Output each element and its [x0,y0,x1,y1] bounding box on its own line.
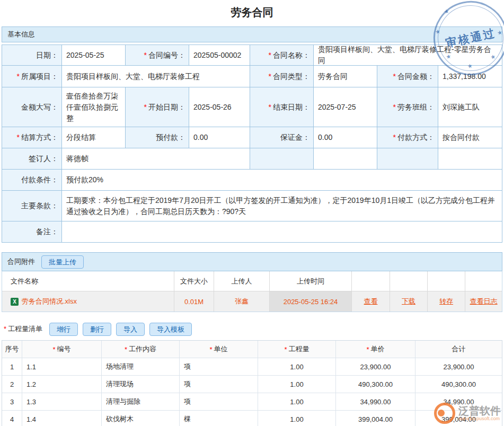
import-template-button[interactable]: 导入模板 [149,323,192,336]
boq-cell-serial: 2 [2,376,22,393]
contract-name-label: 合同名称： [250,45,313,65]
contract-amount-label: 合同金额： [377,66,438,87]
empty-label-cell [377,148,438,169]
deposit-label: 保证金： [250,127,313,148]
amount-words-value: 壹佰叁拾叁万柒仟壹佰玖拾捌元整 [62,87,125,127]
attachment-file-size: 0.01M [174,291,214,312]
empty-value-cell [314,148,377,169]
boq-section-title: 工程量清单 [4,324,42,334]
boq-cell-unit-price: 490,300.00 [336,376,415,393]
date-value: 2025-05-25 [62,45,125,65]
contract-amount-value: 1,337,198.00 [438,66,502,87]
project-label: 所属项目： [2,66,61,87]
boq-section-bar: 工程量清单 增行 删行 导入 导入模板 [2,321,502,337]
boq-col-work-content: 工作内容 [102,341,179,358]
contract-no-value: 202505-00002 [189,45,250,65]
attachment-file-link[interactable]: 劳务合同情况.xlsx [22,297,77,306]
col-header-uploader: 上传人 [214,271,269,291]
empty-label-cell [250,148,313,169]
boq-cell-code: 1.3 [22,393,101,410]
fanpu-logo-icon [434,403,455,424]
download-link[interactable]: 下载 [402,297,415,306]
payment-terms-value: 预付款20% [62,170,502,190]
boq-cell-unit-price: 399,004.00 [336,411,415,426]
prepayment-label: 预付款： [126,127,189,148]
labor-team-value: 刘琛施工队 [438,87,502,127]
end-date-label: 结束日期： [250,87,313,127]
brand-url: www.fanpusoft.com [458,416,501,422]
date-label: 日期： [2,45,61,65]
attachment-uploader: 张鑫 [214,291,269,312]
attachment-row-file-name: X 劳务合同情况.xlsx [2,291,174,312]
boq-cell-quantity: 1.00 [258,376,335,393]
boq-cell-unit-price: 34,990.00 [336,393,415,410]
attachments-table: 文件名称 文件大小 上传人 上传时间 X 劳务合同情况.xlsx 0.01M 张… [2,271,502,312]
boq-cell-quantity: 1.00 [258,411,335,426]
col-header-file-name: 文件名称 [2,271,174,291]
boq-col-code: 编号 [22,341,101,358]
amount-words-label: 金额大写： [2,87,61,127]
transfer-save-link[interactable]: 转存 [439,297,453,306]
start-date-label: 开始日期： [126,87,189,127]
boq-cell-unit-price: 23,900.00 [336,358,415,375]
col-header-file-size: 文件大小 [174,271,214,291]
boq-cell-work-content: 场地清理 [102,358,179,375]
remark-value [62,221,502,242]
boq-cell-unit: 项 [180,376,258,393]
batch-upload-button[interactable]: 批量上传 [41,255,84,269]
labor-team-label: 劳务班组： [377,87,438,127]
boq-cell-unit: 项 [180,393,258,410]
project-value: 贵阳项目样板间、大堂、电梯厅装修工程 [62,66,250,87]
signer-label: 签订人： [2,148,61,169]
remark-label: 备注： [2,221,61,242]
start-date-value: 2025-05-26 [189,87,250,127]
signer-value: 蒋德帧 [62,148,250,169]
contract-type-value: 劳务合同 [314,66,377,87]
boq-cell-code: 1.1 [22,358,101,375]
page-title: 劳务合同 [2,5,502,20]
delete-row-button[interactable]: 删行 [83,323,111,336]
boq-cell-work-content: 清理现场 [102,376,179,393]
boq-cell-serial: 3 [2,393,22,410]
view-link[interactable]: 查看 [364,297,378,306]
boq-cell-quantity: 1.00 [258,393,335,410]
labor-contract-page: 劳务合同 基本信息 日期： 2025-05-25 合同编号： 202505-00… [0,5,504,426]
col-header-empty [390,271,427,291]
attachments-section: 合同附件 批量上传 文件名称 文件大小 上传人 上传时间 X 劳务合同情况.xl… [2,252,502,312]
deposit-value: 0.00 [314,127,377,148]
main-clauses-value: 工期要求：本分包工程定于2019年7月20日开工（以甲方签发的开工通知为准），定… [62,191,502,221]
payment-method-value: 按合同付款 [438,127,502,148]
col-header-empty [352,271,390,291]
attachments-section-bar: 合同附件 批量上传 [2,252,502,271]
basic-info-section-title: 基本信息 [7,30,35,39]
payment-method-label: 付款方式： [377,127,438,148]
boq-col-quantity: 工程量 [258,341,335,358]
col-header-empty [465,271,502,291]
basic-info-section-bar: 基本信息 [2,26,502,42]
boq-cell-work-content: 清理与掘除 [102,393,179,410]
attachments-section-title: 合同附件 [7,257,35,267]
prepayment-value: 0.00 [189,127,250,148]
import-button[interactable]: 导入 [116,323,145,336]
main-clauses-label: 主要条款： [2,191,61,221]
brand-watermark: 泛普软件 www.fanpusoft.com [434,403,501,424]
contract-type-label: 合同类型： [250,66,313,87]
contract-name-value: 贵阳项目样板间、大堂、电梯厅装修工程-零星劳务合同 [314,45,502,65]
boq-cell-unit: 棵 [180,411,258,426]
view-log-link[interactable]: 查看日志 [470,297,498,306]
boq-col-unit: 单位 [180,341,258,358]
boq-cell-code: 1.4 [22,411,101,426]
settlement-method-label: 结算方式： [2,127,61,148]
boq-col-serial: 序号 [2,341,22,358]
add-row-button[interactable]: 增行 [49,323,78,336]
end-date-value: 2025-07-25 [314,87,377,127]
basic-info-section: 基本信息 日期： 2025-05-25 合同编号： 202505-00002 合… [2,26,502,243]
boq-col-total: 合计 [415,341,502,358]
boq-table: 序号 编号 工作内容 单位 工程量 单价 合计 1 1.1 场地清理 项 1.0… [2,340,502,426]
boq-cell-quantity: 1.00 [258,358,335,375]
settlement-method-value: 分段结算 [62,127,125,148]
boq-cell-code: 1.2 [22,376,101,393]
empty-value-cell [438,148,502,169]
boq-cell-total: 23,900.00 [415,358,502,375]
brand-name: 泛普软件 [458,405,501,416]
